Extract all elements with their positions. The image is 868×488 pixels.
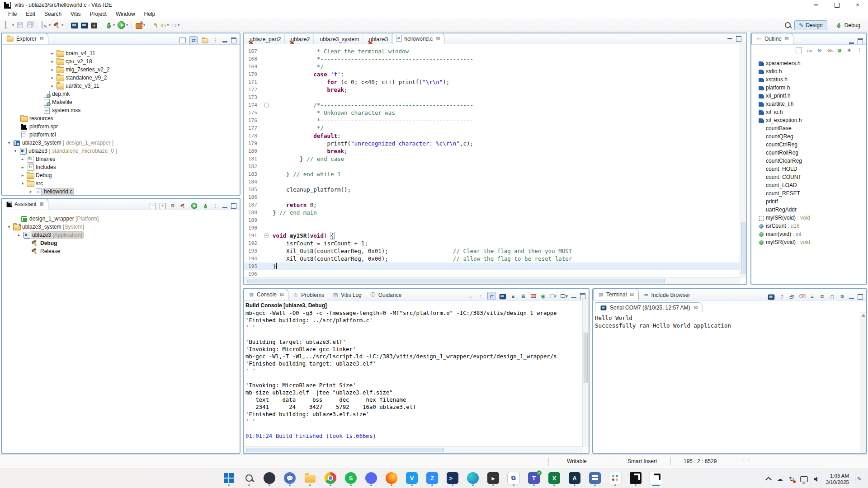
- save-all-button[interactable]: [25, 20, 34, 30]
- tree-item-platform-tcl[interactable]: platform.tcl: [2, 131, 240, 139]
- collapse-all-icon[interactable]: −: [796, 47, 802, 53]
- editor-tab-ublaze3-system[interactable]: ublaze3_system: [314, 34, 363, 44]
- tree-item-design-1-wrapper[interactable]: design_1_wrapper [Platform]: [2, 215, 240, 223]
- taskbar-icon-chrome[interactable]: [324, 472, 337, 484]
- close-icon[interactable]: ⊠: [785, 36, 789, 42]
- editor-tab-ublaze2[interactable]: ublaze2: [285, 34, 314, 44]
- terminal-tab-include-browser[interactable]: ≔Include Browser: [639, 290, 694, 300]
- maximize-view-icon[interactable]: [858, 294, 863, 300]
- taskbar-icon-vitis-black[interactable]: [629, 472, 642, 484]
- taskbar-icon-file-explorer[interactable]: [304, 472, 316, 484]
- console-tab-guidance[interactable]: ⓘGuidance: [366, 290, 406, 300]
- hide-non-public-icon[interactable]: [838, 49, 841, 52]
- back-button[interactable]: ⇦▾: [160, 20, 170, 30]
- expand-all-icon[interactable]: +: [160, 203, 166, 209]
- outline-item-countqreg[interactable]: countQReg: [751, 132, 866, 141]
- minimize-view-icon[interactable]: [571, 297, 576, 298]
- pin-console-icon[interactable]: ◉: [540, 293, 546, 299]
- chevron-right-icon[interactable]: ▸: [49, 51, 56, 56]
- build-icon[interactable]: [180, 203, 186, 209]
- chevron-right-icon[interactable]: ▸: [19, 165, 26, 169]
- tree-item-uartlite-v3-11[interactable]: ▸uartlite_v3_11: [2, 82, 240, 90]
- outline-item-count-hold[interactable]: count_HOLD: [751, 165, 866, 173]
- outline-item-xil-printf-h[interactable]: xil_printf.h: [751, 92, 866, 100]
- outline-item-countctrlreg[interactable]: countCtrlReg: [751, 141, 866, 149]
- display-console-icon[interactable]: 🖵▾: [550, 293, 557, 299]
- tree-item-binaries[interactable]: ▸Binaries: [2, 155, 240, 163]
- sync-icon[interactable]: ↻: [789, 475, 794, 483]
- close-icon[interactable]: ⊠: [630, 291, 634, 297]
- debug-icon[interactable]: [203, 203, 208, 208]
- build-button[interactable]: ▾: [52, 20, 65, 30]
- tree-item-dep-mk[interactable]: dep.mk: [2, 90, 240, 98]
- taskbar-icon-excel[interactable]: X: [548, 472, 561, 484]
- minimize-view-icon[interactable]: [222, 41, 227, 42]
- maximize-editor-icon[interactable]: [736, 36, 741, 42]
- maximize-view-icon[interactable]: [580, 293, 585, 299]
- tree-item-ublaze3-system[interactable]: ▾ublaze3_system [ design_1_wrapper ]: [2, 139, 240, 147]
- tree-item-debug[interactable]: Debug: [2, 239, 240, 247]
- chevron-down-icon[interactable]: ▾: [5, 141, 13, 145]
- view-menu-icon[interactable]: ⋮: [212, 203, 219, 209]
- code-editor[interactable]: 167 * Clear the terminal window168 *----…: [244, 44, 740, 278]
- chevron-right-icon[interactable]: ▸: [49, 75, 56, 80]
- outline-item-main-void-[interactable]: main(void) : int: [751, 230, 866, 238]
- close-icon[interactable]: ⊠: [40, 201, 44, 207]
- maximize-view-icon[interactable]: [858, 38, 863, 44]
- save-button[interactable]: [15, 20, 25, 30]
- hide-fields-icon[interactable]: ⊘: [816, 47, 823, 53]
- view-menu-icon[interactable]: ⋮: [856, 47, 863, 53]
- fold-column[interactable]: −: [264, 232, 270, 239]
- fold-collapse-icon[interactable]: −: [264, 233, 269, 238]
- serial-terminal-button[interactable]: [80, 20, 90, 30]
- menu-search[interactable]: Search: [40, 10, 66, 19]
- clear-console-icon[interactable]: ⌧: [530, 293, 536, 299]
- last-edit-location-button[interactable]: ↰: [151, 20, 160, 30]
- fold-collapse-icon[interactable]: −: [264, 103, 269, 108]
- search-icon[interactable]: [785, 22, 791, 28]
- xsct-console-button[interactable]: [70, 20, 80, 30]
- menu-help[interactable]: Help: [140, 10, 160, 19]
- terminal-output[interactable]: Hello WorldSuccessfully ran Hello World …: [593, 312, 866, 329]
- tab-explorer[interactable]: Explorer ⊠: [2, 33, 48, 44]
- tree-item-src[interactable]: ▾src: [2, 179, 240, 188]
- outline-item-stdio-h[interactable]: stdio.h: [751, 67, 866, 75]
- outline-item-uartregaddr[interactable]: uartRegAddr: [751, 206, 866, 214]
- terminal-settings-icon[interactable]: ⚙: [839, 294, 845, 300]
- chevron-right-icon[interactable]: ▸: [49, 84, 56, 88]
- outline-item-count-load[interactable]: count_LOAD: [751, 181, 866, 189]
- terminal-tab-terminal[interactable]: 🖳Terminal⊠: [593, 289, 639, 300]
- link-with-editor-icon[interactable]: ⇄: [189, 36, 198, 44]
- taskbar-icon-firefox[interactable]: [385, 472, 398, 484]
- tree-item-cpu-v2-18[interactable]: ▸cpu_v2_18: [2, 57, 240, 66]
- display-network-icon[interactable]: [800, 476, 808, 482]
- connect-icon[interactable]: ⤴: [778, 294, 785, 300]
- taskbar-icon-teams-chat[interactable]: 💬: [283, 472, 296, 484]
- scroll-down-icon[interactable]: ↓: [467, 293, 474, 299]
- menu-edit[interactable]: Edit: [21, 10, 40, 19]
- outline-item-platform-h[interactable]: platform.h: [751, 84, 866, 92]
- console-output[interactable]: mb-gcc -Wall -O0 -g3 -c -fmessage-length…: [244, 310, 589, 440]
- forward-button[interactable]: ⇨▾: [170, 20, 181, 30]
- console-tab-problems[interactable]: ⚠Problems: [288, 290, 328, 300]
- scrollbar-thumb[interactable]: [741, 222, 745, 274]
- terminal-scrollbar[interactable]: [860, 312, 866, 453]
- launch-wizard-button[interactable]: ✎▾: [39, 20, 52, 30]
- minimize-view-icon[interactable]: [849, 298, 854, 299]
- tree-item-helloworld-c[interactable]: ▸helloworld.c: [2, 188, 240, 196]
- show-console-icon[interactable]: [500, 294, 506, 299]
- tree-item-includes[interactable]: ▸Includes: [2, 163, 240, 171]
- console-tab-vitis-log[interactable]: ▤Vitis Log: [328, 290, 366, 300]
- scrollbar-thumb[interactable]: [247, 279, 665, 283]
- perspective-design-button[interactable]: ✎ Design: [794, 20, 827, 30]
- paste-icon[interactable]: 📋︎: [829, 294, 835, 300]
- editor-tab-ublaze3[interactable]: ublaze3: [363, 34, 392, 44]
- close-button[interactable]: ×: [847, 0, 868, 10]
- clock[interactable]: 1:03 AM 3/10/2025: [826, 473, 849, 485]
- view-menu-icon[interactable]: ⋮: [212, 37, 219, 43]
- chevron-right-icon[interactable]: ▸: [15, 233, 23, 237]
- settings-gear-icon[interactable]: ⚙: [170, 203, 176, 209]
- scroll-lock-icon[interactable]: 🔒︎: [510, 293, 516, 299]
- menu-file[interactable]: File: [4, 10, 21, 19]
- console-vertical-scrollbar[interactable]: [582, 300, 589, 447]
